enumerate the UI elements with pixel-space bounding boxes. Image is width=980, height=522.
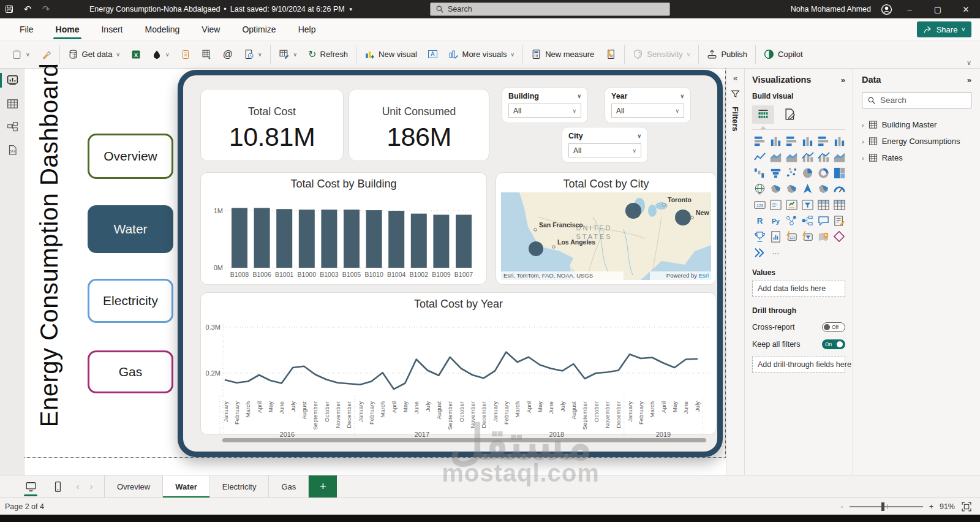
page-tab-electricity[interactable]: Electricity — [210, 475, 270, 498]
mobile-layout-button[interactable] — [44, 475, 71, 498]
stacked-area-chart-icon[interactable] — [784, 149, 799, 164]
waterfall-chart-icon[interactable] — [752, 165, 767, 180]
transform-data-button[interactable]: ∨ — [273, 44, 303, 65]
quick-create-slicer-icon[interactable] — [800, 229, 815, 244]
100-stacked-bar-chart-icon[interactable] — [816, 134, 831, 148]
shape-icon[interactable] — [832, 229, 846, 244]
multi-row-card-icon[interactable] — [768, 197, 783, 212]
table-icon[interactable] — [816, 197, 831, 212]
chevron-right-icon[interactable]: › — [862, 154, 864, 162]
donut-chart-icon[interactable] — [816, 165, 831, 180]
horizontal-scrollbar[interactable] — [222, 438, 706, 442]
table-row-energy-consumptions[interactable]: ›Energy Consumptions — [862, 134, 971, 149]
nav-button-gas[interactable]: Gas — [88, 350, 173, 393]
clustered-bar-chart-icon[interactable] — [784, 134, 799, 148]
more-visuals-button[interactable]: More visuals∨ — [443, 44, 521, 65]
new-measure-button[interactable]: New measure — [526, 44, 600, 65]
publish-button[interactable]: Publish — [701, 44, 753, 65]
sql-server-button[interactable] — [175, 44, 196, 65]
slicer-year[interactable]: Year∨All∨ — [605, 87, 691, 123]
bar-chart-card[interactable]: Total Cost by Building 1M0MB1008B1006B10… — [200, 172, 487, 285]
onelake-hub-button[interactable]: ∨ — [146, 44, 175, 65]
close-button[interactable]: ✕ — [952, 0, 980, 18]
build-visual-mode-button[interactable] — [752, 105, 774, 124]
clustered-column-chart-icon[interactable] — [800, 134, 815, 148]
paginated-report-icon[interactable] — [768, 229, 783, 244]
copilot-button[interactable]: Copilot — [758, 44, 808, 65]
map-card[interactable]: Total Cost by City UNITEDSTATESSan Franc… — [496, 172, 717, 285]
slicer-building[interactable]: Building∨All∨ — [502, 87, 588, 123]
text-box-button[interactable]: A — [423, 44, 443, 65]
stacked-column-chart-icon[interactable] — [768, 134, 783, 148]
menu-item-optimize[interactable]: Optimize — [231, 18, 287, 40]
line-chart-icon[interactable] — [752, 149, 767, 164]
nav-button-electricity[interactable]: Electricity — [88, 279, 173, 323]
kpi-card-total-cost[interactable]: Total Cost10.81M — [200, 89, 344, 161]
slicer-city[interactable]: City∨All∨ — [562, 127, 648, 163]
map-icon[interactable] — [752, 181, 767, 196]
next-page-arrow-icon[interactable]: › — [85, 482, 98, 491]
slicer-dropdown[interactable]: All∨ — [508, 104, 581, 118]
collapse-data-pane-icon[interactable]: » — [967, 75, 971, 85]
chevron-down-icon[interactable]: ∨ — [577, 93, 581, 99]
area-chart-icon[interactable] — [768, 149, 783, 164]
more-options-icon[interactable]: … — [768, 245, 783, 260]
100-stacked-column-chart-icon[interactable] — [832, 134, 846, 148]
smart-narrative-icon[interactable] — [832, 213, 846, 228]
key-influencers-icon[interactable] — [784, 213, 799, 228]
save-icon[interactable] — [0, 0, 18, 18]
azure-map-icon[interactable] — [800, 181, 815, 196]
kpi-icon[interactable] — [784, 197, 799, 212]
filled-map-icon[interactable] — [768, 181, 783, 196]
zoom-out-button[interactable]: - — [840, 502, 843, 511]
maximize-button[interactable]: ▢ — [924, 0, 952, 18]
scatter-chart-icon[interactable] — [784, 165, 799, 180]
slicer-dropdown[interactable]: All∨ — [568, 143, 641, 157]
redo-icon[interactable]: ↷ — [37, 0, 55, 18]
menu-item-help[interactable]: Help — [287, 18, 327, 40]
enter-data-button[interactable] — [196, 44, 217, 65]
page-tab-ovreview[interactable]: Ovreview — [105, 475, 163, 498]
r-script-visual-icon[interactable]: R — [752, 213, 767, 228]
matrix-icon[interactable] — [832, 197, 846, 212]
dataverse-button[interactable]: @ — [217, 44, 238, 65]
menu-item-file[interactable]: File — [9, 18, 45, 40]
recent-sources-button[interactable]: ∨ — [238, 44, 268, 65]
menu-item-view[interactable]: View — [190, 18, 231, 40]
previous-page-arrow-icon[interactable]: ‹ — [71, 482, 85, 491]
collapse-visualizations-icon[interactable]: » — [841, 75, 845, 85]
qa-visual-icon[interactable] — [816, 213, 831, 228]
new-page-button[interactable]: + — [309, 475, 337, 498]
shape-map-icon[interactable] — [784, 181, 799, 196]
global-search-input[interactable]: Search — [430, 2, 670, 16]
drill-through-field-well[interactable]: Add drill-through fields here — [752, 357, 845, 373]
new-visual-button[interactable]: New visual — [359, 44, 423, 65]
zoom-in-button[interactable]: + — [929, 502, 933, 511]
stacked-bar-chart-icon[interactable] — [752, 134, 767, 148]
kpi-card-unit-consumed[interactable]: Unit Consumed186M — [349, 89, 489, 161]
power-automate-icon[interactable] — [752, 245, 767, 260]
chevron-down-icon[interactable]: ∨ — [637, 133, 641, 139]
excel-workbook-button[interactable]: X — [126, 44, 146, 65]
expand-filters-icon[interactable]: « — [733, 74, 737, 83]
treemap-icon[interactable] — [832, 165, 846, 180]
minimize-button[interactable]: – — [895, 0, 924, 18]
zoom-slider-thumb[interactable] — [881, 502, 884, 511]
table-view-button[interactable] — [0, 92, 24, 115]
keep-all-filters-toggle[interactable]: On — [822, 339, 845, 349]
menu-item-home[interactable]: Home — [45, 18, 91, 40]
funnel-chart-icon[interactable] — [768, 165, 783, 180]
table-row-building-master[interactable]: ›Building Master — [862, 117, 971, 132]
report-view-button[interactable] — [0, 69, 24, 92]
gauge-icon[interactable] — [832, 181, 846, 196]
page-tab-gas[interactable]: Gas — [269, 475, 309, 498]
user-name[interactable]: Noha Mohamed Ahmed — [791, 5, 871, 13]
line-and-stacked-column-chart-icon[interactable] — [800, 149, 815, 164]
report-canvas[interactable]: Energy Consumption Dashboard OverviewWat… — [24, 69, 726, 458]
get-data-button[interactable]: Get data∨ — [62, 44, 126, 65]
arcgis-map-icon[interactable] — [816, 181, 831, 196]
decomposition-tree-icon[interactable] — [800, 213, 815, 228]
python-visual-icon[interactable]: Py — [768, 213, 783, 228]
chevron-right-icon[interactable]: › — [862, 121, 864, 129]
format-visual-icon[interactable] — [783, 108, 796, 121]
